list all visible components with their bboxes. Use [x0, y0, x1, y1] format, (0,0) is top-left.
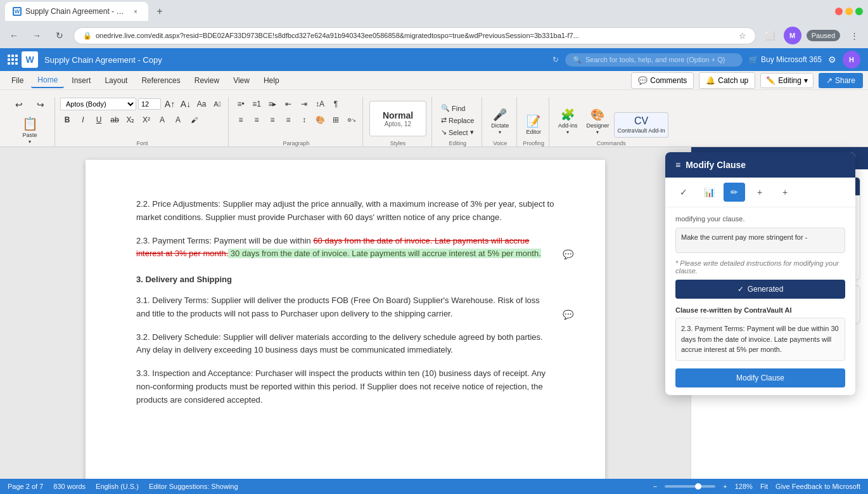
- comments-button[interactable]: 💬 Comments: [631, 72, 694, 89]
- word-search-bar[interactable]: 🔍 Search for tools, help, and more (Opti…: [565, 53, 743, 67]
- browser-chrome: W Supply Chain Agreement - C... × +: [0, 0, 868, 23]
- fit-button[interactable]: Fit: [760, 483, 768, 490]
- mc-body: modifying your clause. Make the current …: [665, 207, 855, 395]
- decrease-indent-button[interactable]: ⇤: [281, 97, 295, 111]
- menu-help[interactable]: Help: [257, 74, 286, 88]
- dictate-button[interactable]: 🎤 Dictate ▾: [487, 105, 513, 138]
- line-spacing-button[interactable]: ↕: [297, 113, 311, 127]
- clear-format-button[interactable]: A⃝: [210, 97, 224, 111]
- zoom-in-button[interactable]: +: [723, 483, 727, 490]
- address-bar[interactable]: 🔒 onedrive.live.com/edit.aspx?resid=BDE0…: [73, 27, 756, 44]
- sort-button[interactable]: ↕A: [313, 97, 327, 111]
- select-icon: ↘: [441, 128, 447, 136]
- font-face-selector[interactable]: Aptos (Body): [60, 98, 136, 110]
- redo-button[interactable]: ↪: [30, 97, 51, 112]
- font-size-input[interactable]: [138, 98, 161, 110]
- editing-mode-selector[interactable]: ✏️ Editing ▾: [760, 73, 814, 88]
- bold-button[interactable]: B: [60, 113, 74, 127]
- align-left-button[interactable]: ≡: [234, 113, 248, 127]
- comment-button-31[interactable]: 💬: [563, 308, 573, 322]
- active-tab[interactable]: W Supply Chain Agreement - C... ×: [5, 2, 148, 21]
- catchup-button[interactable]: 🔔 Catch up: [699, 72, 755, 89]
- mc-tab-edit-active[interactable]: ✏: [724, 183, 745, 202]
- pencil-icon: ✏️: [766, 76, 775, 85]
- paragraph-shading-button[interactable]: 🎨: [313, 113, 327, 127]
- settings-button[interactable]: ⚙: [828, 55, 836, 65]
- align-right-button[interactable]: ≡: [265, 113, 279, 127]
- comment-button-23[interactable]: 💬: [563, 247, 573, 261]
- tab-close-button[interactable]: ×: [131, 6, 141, 16]
- replace-button[interactable]: ⇄ Replace: [437, 115, 478, 126]
- highlight-button[interactable]: A: [171, 113, 185, 127]
- back-button[interactable]: ←: [5, 27, 23, 44]
- mc-tab-checkmark[interactable]: ✓: [673, 183, 694, 202]
- mc-generated-button[interactable]: ✓ Generated: [675, 280, 845, 299]
- mc-tab-plus2[interactable]: +: [774, 183, 796, 202]
- justify-button[interactable]: ≡: [281, 113, 295, 127]
- document-area[interactable]: 2.2. Price Adjustments: Supplier may adj…: [0, 147, 691, 479]
- underline-button[interactable]: U: [92, 113, 106, 127]
- paste-button[interactable]: 📋 Paste ▾: [18, 114, 42, 147]
- browser-menu-button[interactable]: ⋮: [845, 27, 863, 44]
- select-button[interactable]: ↘ Select ▾: [437, 127, 478, 138]
- extensions-button[interactable]: ⬜: [761, 27, 779, 44]
- menu-file[interactable]: File: [5, 74, 30, 88]
- paused-label: Paused: [812, 32, 835, 39]
- paragraph-settings-button[interactable]: ⚙↘: [345, 113, 359, 127]
- addins-button[interactable]: 🧩 Add-ins ▾: [554, 105, 582, 138]
- editor-button[interactable]: 📝 Editor: [522, 112, 545, 138]
- app-launcher[interactable]: [8, 55, 18, 65]
- menu-home[interactable]: Home: [31, 73, 64, 88]
- refresh-button[interactable]: ↻: [51, 27, 68, 44]
- mc-input-display[interactable]: Make the current pay more stringent for …: [675, 228, 845, 253]
- dictate-dropdown-icon: ▾: [499, 129, 501, 135]
- profile-button[interactable]: M: [784, 27, 801, 44]
- feedback-link[interactable]: Give Feedback to Microsoft: [775, 483, 860, 490]
- multilevel-list-button[interactable]: ≡▸: [265, 97, 279, 111]
- share-button[interactable]: ↗ Share: [819, 73, 863, 88]
- designer-button[interactable]: 🎨 Designer ▾: [582, 105, 613, 138]
- subscript-button[interactable]: X₂: [124, 113, 137, 127]
- new-tab-button[interactable]: +: [151, 3, 169, 20]
- menu-review[interactable]: Review: [188, 74, 226, 88]
- mc-result-title: Clause re-written by ContraVault AI: [675, 306, 845, 314]
- italic-button[interactable]: I: [76, 113, 90, 127]
- zoom-slider[interactable]: [665, 485, 715, 488]
- font-color-button[interactable]: A: [155, 113, 169, 127]
- normal-style-button[interactable]: Normal Aptos, 12: [369, 101, 426, 136]
- borders-button[interactable]: ⊞: [329, 113, 343, 127]
- forward-button[interactable]: →: [28, 27, 46, 44]
- font-case-button[interactable]: Aa: [195, 97, 208, 111]
- menu-references[interactable]: References: [135, 74, 186, 88]
- font-increase-button[interactable]: A↑: [163, 97, 177, 111]
- mc-tab-plus[interactable]: +: [749, 183, 770, 202]
- align-center-button[interactable]: ≡: [250, 113, 264, 127]
- menu-layout[interactable]: Layout: [98, 74, 134, 88]
- section-23-inserted-text: 30 days from the date of invoice. Late p…: [228, 249, 541, 258]
- contravault-button[interactable]: CV ContraVault Add-In: [614, 112, 668, 138]
- user-profile-button[interactable]: H: [843, 51, 860, 68]
- buy-microsoft-link[interactable]: 🛒 Buy Microsoft 365: [749, 55, 822, 64]
- zoom-out-button[interactable]: −: [653, 483, 657, 490]
- star-icon[interactable]: ☆: [739, 31, 746, 41]
- font-decrease-button[interactable]: A↓: [179, 97, 193, 111]
- menu-view[interactable]: View: [227, 74, 256, 88]
- superscript-button[interactable]: X²: [139, 113, 153, 127]
- strikethrough-button[interactable]: ab: [108, 113, 122, 127]
- numbering-button[interactable]: ≡1: [250, 97, 264, 111]
- show-formatting-button[interactable]: ¶: [329, 97, 343, 111]
- search-icon: 🔍: [573, 56, 582, 64]
- section-22-paragraph: 2.2. Price Adjustments: Supplier may adj…: [136, 198, 554, 224]
- section-33-paragraph: 3.3. Inspection and Acceptance: Purchase…: [136, 367, 554, 406]
- find-button[interactable]: 🔍 Find: [437, 103, 478, 114]
- menu-insert[interactable]: Insert: [65, 74, 97, 88]
- mc-modify-clause-button[interactable]: Modify Clause: [675, 368, 845, 387]
- bullets-button[interactable]: ≡•: [234, 97, 248, 111]
- shading-button[interactable]: 🖌: [187, 113, 201, 127]
- select-chevron-icon: ▾: [470, 128, 474, 136]
- mc-tab-chart[interactable]: 📊: [698, 183, 720, 202]
- undo-button[interactable]: ↩: [9, 97, 29, 112]
- paused-status[interactable]: Paused: [807, 30, 840, 41]
- catchup-icon: 🔔: [706, 76, 715, 85]
- increase-indent-button[interactable]: ⇥: [297, 97, 311, 111]
